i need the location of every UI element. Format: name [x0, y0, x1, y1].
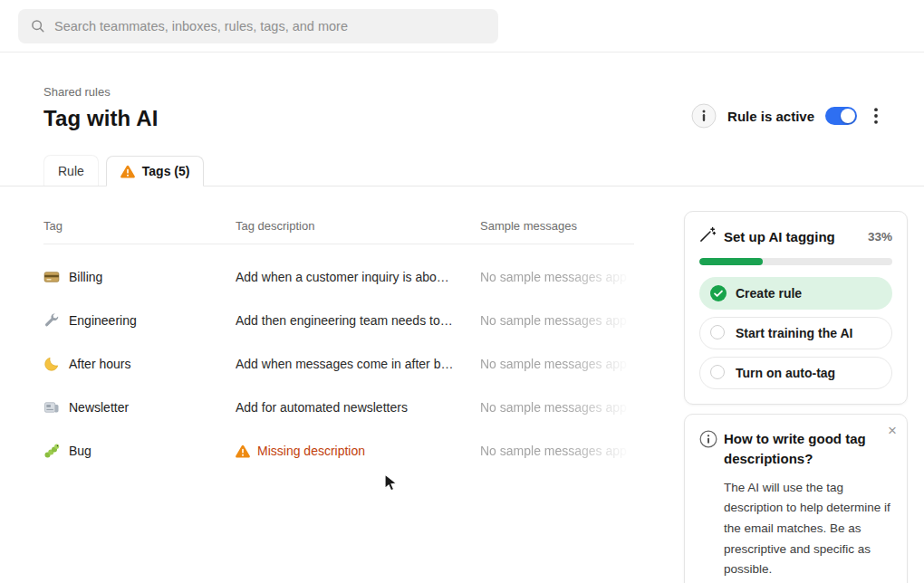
wrench-icon [43, 312, 60, 329]
mouse-cursor [384, 473, 399, 497]
help-card-body: The AI will use the tag description to h… [724, 478, 892, 580]
column-description: Tag description [236, 219, 480, 233]
search-input[interactable] [18, 9, 498, 43]
table-row[interactable]: EngineeringAdd then engineering team nee… [43, 299, 634, 342]
table-row[interactable]: NewsletterAdd for automated newslettersN… [43, 386, 634, 429]
info-icon [699, 430, 724, 469]
tab-rule[interactable]: Rule [43, 155, 99, 186]
search-field[interactable] [54, 19, 486, 33]
bug-icon [43, 443, 60, 459]
breadcrumb: Shared rules [43, 85, 158, 99]
credit-card-icon [43, 269, 60, 285]
table-row[interactable]: After hoursAdd when messages come in aft… [43, 342, 634, 386]
tag-description-cell: Add when a customer inquiry is abo… [236, 270, 480, 284]
tag-description-cell: Add when messages come in after b… [236, 357, 480, 371]
tabs: Rule Tags (5) [0, 155, 924, 186]
tag-name-cell: Bug [43, 443, 236, 459]
close-icon[interactable]: × [888, 423, 897, 438]
tag-name-cell: Billing [43, 269, 236, 285]
rule-active-label: Rule is active [727, 109, 814, 124]
progress-percent: 33% [868, 230, 892, 244]
tab-tags[interactable]: Tags (5) [106, 156, 205, 186]
help-card: × How to write good tag descriptions? Th… [684, 414, 908, 583]
column-tag: Tag [43, 219, 236, 233]
empty-circle-icon [710, 325, 727, 341]
newspaper-icon [43, 399, 60, 416]
page-header-actions: Rule is active [691, 103, 884, 129]
step-label: Start training the AI [736, 326, 852, 340]
toggle-knob [841, 109, 855, 123]
search-icon [30, 18, 45, 33]
progress-bar [699, 258, 892, 265]
tab-rule-label: Rule [58, 164, 84, 178]
tag-name: After hours [69, 357, 130, 371]
page-title: Tag with AI [43, 106, 158, 131]
setup-card: Set up AI tagging 33% Create ruleStart t… [684, 211, 908, 405]
tag-description-cell: Add then engineering team needs to… [236, 313, 480, 328]
table-header: Tag Tag description Sample messages [43, 219, 634, 244]
page-header-left: Shared rules Tag with AI [43, 85, 158, 131]
page: Shared rules Tag with AI Rule is active … [0, 0, 924, 473]
tab-tags-label: Tags (5) [142, 164, 190, 178]
help-card-content: How to write good tag descriptions? The … [699, 429, 892, 580]
setup-card-title: Set up AI tagging [724, 229, 860, 244]
tag-name-cell: After hours [43, 356, 236, 372]
step-label: Create rule [736, 286, 802, 301]
setup-step-create-rule[interactable]: Create rule [699, 277, 892, 310]
sidebar: Set up AI tagging 33% Create ruleStart t… [684, 211, 908, 583]
rule-active-toggle[interactable] [825, 107, 857, 125]
sample-messages-cell: No sample messages app [480, 270, 634, 284]
tag-name: Newsletter [69, 400, 129, 415]
sample-messages-cell: No sample messages app [480, 357, 634, 371]
tag-name-cell: Newsletter [43, 399, 236, 416]
tag-name: Engineering [69, 313, 137, 328]
sample-messages-cell: No sample messages app [480, 444, 634, 458]
missing-description-text: Missing description [257, 444, 365, 458]
setup-steps: Create ruleStart training the AITurn on … [699, 277, 892, 389]
moon-icon [43, 356, 60, 372]
setup-card-header: Set up AI tagging 33% [699, 226, 892, 246]
help-card-title: How to write good tag descriptions? [724, 429, 892, 469]
column-sample: Sample messages [480, 219, 634, 233]
topbar [0, 0, 924, 53]
missing-description-cell: Missing description [236, 444, 480, 458]
tag-name: Billing [69, 270, 102, 284]
table-row[interactable]: BillingAdd when a customer inquiry is ab… [43, 255, 634, 299]
warning-icon [120, 165, 135, 178]
magic-wand-icon [699, 226, 716, 246]
tag-description-cell: Add for automated newsletters [236, 400, 480, 415]
table-row[interactable]: BugMissing descriptionNo sample messages… [43, 429, 634, 473]
page-header: Shared rules Tag with AI Rule is active [0, 85, 924, 131]
warning-icon [236, 444, 250, 458]
tag-name-cell: Engineering [43, 312, 236, 329]
info-icon-button[interactable] [691, 103, 717, 129]
more-menu-button[interactable] [868, 104, 884, 128]
step-label: Turn on auto-tag [736, 366, 835, 380]
setup-step-turn-on-auto-tag[interactable]: Turn on auto-tag [699, 357, 892, 389]
progress-fill [699, 258, 763, 265]
sample-messages-cell: No sample messages app [480, 313, 634, 328]
setup-step-start-training-the-ai[interactable]: Start training the AI [699, 317, 892, 349]
empty-circle-icon [710, 365, 727, 381]
check-circle-icon [710, 285, 727, 301]
sample-messages-cell: No sample messages app [480, 400, 634, 415]
tag-name: Bug [69, 444, 91, 458]
